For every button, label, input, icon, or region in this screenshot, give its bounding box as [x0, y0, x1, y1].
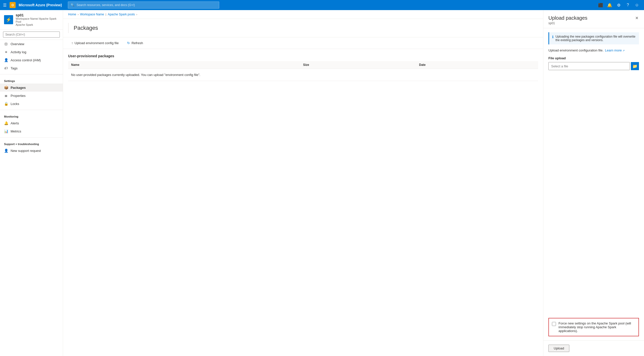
- panel-header: Upload packages sp01 ✕: [543, 10, 644, 28]
- resource-subtitle: Workspace Name/ Apache Spark Pool: [16, 17, 59, 23]
- app-title: Microsoft Azure (Preview): [19, 3, 62, 7]
- sidebar-item-packages[interactable]: 📦 Packages: [0, 84, 63, 92]
- file-input-field[interactable]: [548, 62, 630, 70]
- sidebar-item-label-alerts: Alerts: [11, 121, 19, 125]
- file-browse-button[interactable]: 📁: [631, 62, 639, 70]
- page-header: Packages: [63, 19, 543, 37]
- learn-more-label: Learn more: [605, 48, 622, 52]
- sidebar-section-support-+-troubleshooting: Support + troubleshooting: [0, 140, 63, 147]
- breadcrumb-spark-pools[interactable]: Apache Spark pools: [108, 13, 135, 16]
- sidebar-section-monitoring: Monitoring: [0, 112, 63, 119]
- section-title: User-provisioned packages: [68, 54, 538, 58]
- info-message: Uploading the new packages configuration…: [555, 35, 636, 42]
- sidebar: ⚡ sp01 Workspace Name/ Apache Spark Pool…: [0, 10, 63, 356]
- help-icon[interactable]: ?: [624, 1, 632, 9]
- col-header-size: Size: [303, 63, 419, 67]
- sidebar-item-label-activity-log: Activity log: [11, 50, 26, 54]
- sidebar-divider: [0, 137, 63, 138]
- refresh-button[interactable]: ↻ Refresh: [124, 39, 146, 47]
- resource-type-label: Apache Spark: [16, 23, 59, 26]
- panel-close-button[interactable]: ✕: [635, 15, 639, 21]
- sidebar-search-container: [0, 30, 63, 40]
- resource-type-icon: ⚡: [4, 15, 13, 24]
- folder-icon: 📁: [632, 64, 637, 69]
- sidebar-item-icon-alerts: 🔔: [4, 121, 8, 125]
- force-settings-checkbox[interactable]: [552, 322, 556, 326]
- notifications-icon[interactable]: 🔔: [606, 1, 614, 9]
- main-content: Home › Workspace Name | Apache Spark poo…: [63, 10, 543, 356]
- hamburger-menu[interactable]: ☰: [3, 3, 7, 8]
- sidebar-item-icon-activity-log: ≡: [4, 50, 8, 54]
- resource-header: ⚡ sp01 Workspace Name/ Apache Spark Pool…: [0, 10, 63, 30]
- sidebar-item-metrics[interactable]: 📊 Metrics: [0, 127, 63, 135]
- sidebar-item-label-support: New support request: [11, 149, 41, 153]
- external-link-icon: ↗: [623, 49, 625, 52]
- sidebar-item-icon-properties: ≣: [4, 94, 8, 98]
- content-area: User-provisioned packages Name Size Date…: [63, 49, 543, 356]
- force-settings-section: Force new settings on the Apache Spark p…: [548, 318, 639, 336]
- panel-title: Upload packages: [548, 15, 587, 21]
- file-upload-section: File upload 📁: [548, 56, 639, 70]
- breadcrumb-sep-2: |: [106, 13, 106, 16]
- force-settings-label: Force new settings on the Apache Spark p…: [558, 321, 635, 333]
- sidebar-item-tags[interactable]: 🏷 Tags: [0, 64, 63, 72]
- breadcrumb-home[interactable]: Home: [68, 13, 76, 16]
- info-icon: ℹ: [552, 35, 553, 42]
- toolbar: ↑ Upload environment config file ↻ Refre…: [63, 37, 543, 49]
- sidebar-item-label-properties: Properties: [11, 94, 25, 98]
- sidebar-item-label-access-control: Access control (IAM): [11, 58, 41, 62]
- table-header: Name Size Date: [68, 61, 538, 69]
- learn-more-link[interactable]: Learn more ↗: [605, 48, 625, 52]
- sidebar-item-properties[interactable]: ≣ Properties: [0, 92, 63, 100]
- sidebar-item-icon-support: 👤: [4, 149, 8, 153]
- breadcrumb-sep-1: ›: [78, 13, 78, 16]
- sidebar-item-activity-log[interactable]: ≡ Activity log: [0, 48, 63, 56]
- cloud-shell-icon[interactable]: ⬛: [597, 1, 605, 9]
- info-box: ℹ Uploading the new packages configurati…: [548, 32, 639, 44]
- sidebar-item-locks[interactable]: 🔒 Locks: [0, 100, 63, 108]
- sidebar-item-label-overview: Overview: [11, 42, 24, 46]
- global-search-bar[interactable]: 🔍 Search resources, services, and docs (…: [68, 2, 219, 9]
- sidebar-item-access-control[interactable]: 👤 Access control (IAM): [0, 56, 63, 64]
- file-upload-row: 📁: [548, 62, 639, 70]
- col-header-date: Date: [419, 63, 535, 67]
- upload-icon: ↑: [71, 41, 73, 45]
- refresh-label: Refresh: [131, 41, 143, 45]
- sidebar-item-icon-overview: ⊡: [4, 42, 8, 46]
- sidebar-item-icon-packages: 📦: [4, 86, 8, 90]
- file-upload-label: File upload: [548, 56, 639, 60]
- sidebar-item-label-metrics: Metrics: [11, 129, 21, 133]
- refresh-icon: ↻: [127, 41, 130, 45]
- col-header-name: Name: [71, 63, 303, 67]
- upload-env-config-label: Upload environment configuration file.: [548, 48, 603, 52]
- panel-subtitle: sp01: [548, 21, 587, 25]
- sidebar-item-overview[interactable]: ⊡ Overview: [0, 40, 63, 48]
- sidebar-section-settings: Settings: [0, 76, 63, 84]
- upload-env-label: Upload environment config file: [75, 41, 119, 45]
- sidebar-item-icon-metrics: 📊: [4, 129, 8, 133]
- upload-button[interactable]: Upload: [548, 345, 569, 352]
- page-title: Packages: [74, 25, 98, 31]
- sidebar-item-icon-access-control: 👤: [4, 58, 8, 62]
- breadcrumb: Home › Workspace Name | Apache Spark poo…: [63, 10, 543, 19]
- breadcrumb-workspace[interactable]: Workspace Name: [80, 13, 104, 16]
- empty-table-message: No user-provided packages currently uplo…: [68, 69, 538, 81]
- sidebar-item-label-locks: Locks: [11, 102, 19, 106]
- upload-env-config-button[interactable]: ↑ Upload environment config file: [68, 39, 122, 47]
- sidebar-search-input[interactable]: [3, 32, 60, 38]
- sidebar-item-icon-locks: 🔒: [4, 102, 8, 106]
- feedback-icon[interactable]: ☺: [633, 1, 641, 9]
- breadcrumb-sep-3: ›: [136, 13, 137, 16]
- nav-icon-group: ⬛ 🔔 ⚙ ? ☺: [597, 1, 641, 9]
- azure-logo-icon: ⚙: [10, 2, 16, 8]
- sidebar-item-label-packages: Packages: [11, 86, 26, 90]
- sidebar-item-alerts[interactable]: 🔔 Alerts: [0, 119, 63, 127]
- right-panel: Upload packages sp01 ✕ ℹ Uploading the n…: [543, 10, 644, 356]
- sidebar-item-support[interactable]: 👤 New support request: [0, 147, 63, 155]
- upload-config-row: Upload environment configuration file. L…: [548, 48, 639, 52]
- upload-button-label: Upload: [554, 346, 564, 350]
- settings-icon[interactable]: ⚙: [615, 1, 623, 9]
- sidebar-item-label-tags: Tags: [11, 66, 17, 70]
- sidebar-item-icon-tags: 🏷: [4, 66, 8, 70]
- sidebar-divider: [0, 74, 63, 74]
